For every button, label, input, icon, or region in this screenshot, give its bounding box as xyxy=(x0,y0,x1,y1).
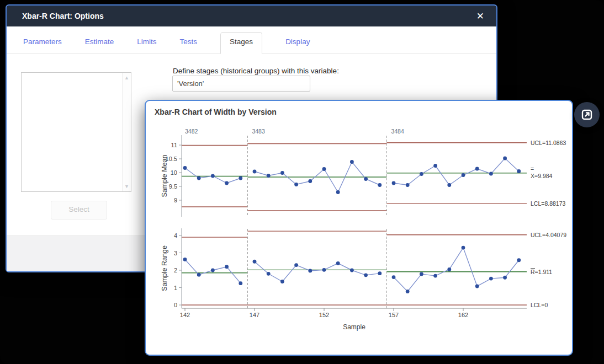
svg-text:147: 147 xyxy=(250,312,259,318)
svg-text:Sample Mean: Sample Mean xyxy=(161,154,168,197)
svg-text:UCL=4.04079: UCL=4.04079 xyxy=(531,232,566,238)
tab-limits[interactable]: Limits xyxy=(137,33,156,53)
svg-text:4: 4 xyxy=(174,232,177,239)
svg-text:R=1.911: R=1.911 xyxy=(531,269,552,275)
open-in-new-icon xyxy=(581,109,593,121)
scroll-down-icon[interactable]: ▼ xyxy=(124,184,129,189)
svg-text:2: 2 xyxy=(174,267,177,274)
select-button[interactable]: Select xyxy=(51,201,107,220)
svg-text:11: 11 xyxy=(171,142,177,148)
svg-text:X=9.984: X=9.984 xyxy=(531,173,553,179)
svg-text:=: = xyxy=(531,165,534,172)
svg-text:3483: 3483 xyxy=(252,128,265,135)
svg-text:152: 152 xyxy=(319,312,329,318)
svg-text:162: 162 xyxy=(458,312,468,318)
svg-text:1: 1 xyxy=(174,285,177,291)
tab-parameters[interactable]: Parameters xyxy=(23,33,62,53)
svg-text:142: 142 xyxy=(180,312,190,318)
svg-text:LCL=0: LCL=0 xyxy=(531,302,548,308)
dialog-title: Xbar-R Chart: Options xyxy=(22,12,104,20)
dialog-titlebar: Xbar-R Chart: Options ✕ xyxy=(7,6,496,26)
scroll-up-icon[interactable]: ▲ xyxy=(124,75,129,81)
svg-text:157: 157 xyxy=(389,312,399,318)
stage-variable-input[interactable] xyxy=(172,76,310,92)
svg-text:Sample Range: Sample Range xyxy=(161,245,168,291)
tab-display[interactable]: Display xyxy=(285,33,310,53)
svg-text:0: 0 xyxy=(174,302,177,308)
listbox-scrollbar[interactable]: ▲ ▼ xyxy=(122,73,131,191)
svg-text:3482: 3482 xyxy=(185,128,198,135)
svg-text:Sample: Sample xyxy=(343,323,365,331)
close-icon: ✕ xyxy=(476,11,484,22)
svg-text:10: 10 xyxy=(171,169,177,176)
define-stages-label: Define stages (historical groups) with t… xyxy=(173,67,339,75)
svg-text:UCL=11.0863: UCL=11.0863 xyxy=(531,140,566,146)
svg-text:9.5: 9.5 xyxy=(169,183,177,190)
svg-text:3: 3 xyxy=(174,250,177,256)
screen: Xbar-R Chart: Options ✕ Parameters Estim… xyxy=(0,0,604,364)
chart-window: Xbar-R Chart of Width by Version 99.5101… xyxy=(145,100,573,356)
svg-text:9: 9 xyxy=(174,197,177,204)
close-button[interactable]: ✕ xyxy=(474,10,486,22)
svg-text:LCL=8.88173: LCL=8.88173 xyxy=(531,200,566,207)
tab-estimate[interactable]: Estimate xyxy=(85,33,114,53)
control-charts-svg: 99.51010.511Sample Mean348234833484UCL=1… xyxy=(146,101,572,355)
tab-stages[interactable]: Stages xyxy=(220,32,262,54)
tab-strip: Parameters Estimate Limits Tests Stages … xyxy=(7,26,496,54)
tab-tests[interactable]: Tests xyxy=(180,33,198,53)
svg-text:3484: 3484 xyxy=(391,128,404,135)
variables-listbox[interactable]: ▲ ▼ xyxy=(21,72,131,192)
open-in-new-window-button[interactable] xyxy=(574,102,600,127)
